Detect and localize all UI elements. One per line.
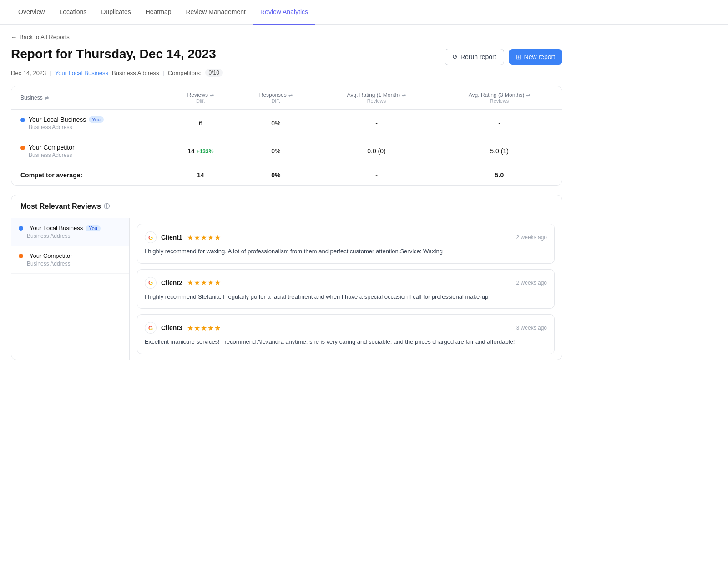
back-arrow-icon: ← — [11, 34, 17, 40]
google-icon-1: G — [145, 231, 157, 243]
nav-item-duplicates[interactable]: Duplicates — [94, 0, 138, 25]
stars-1: ★★★★★ — [187, 233, 221, 242]
reviews-title: Most Relevant Reviews — [20, 202, 101, 211]
breadcrumb-label: Back to All Reports — [20, 34, 70, 40]
new-report-label: New report — [524, 53, 555, 60]
report-date: Dec 14, 2023 — [11, 70, 46, 76]
col-business: Business ⇌ — [11, 86, 166, 110]
reviews-layout: Your Local Business You Business Address… — [11, 218, 562, 360]
page-content: ← Back to All Reports Report for Thursda… — [0, 25, 573, 369]
col-avg-1m: Avg. Rating (1 Month) ⇌ Reviews — [316, 86, 437, 110]
review-text-2: I highly recommend Stefania. I regularly… — [145, 292, 547, 301]
sort-icon-avg-1m[interactable]: ⇌ — [402, 92, 406, 98]
reviews-cell-1: 6 — [166, 110, 236, 137]
col-reviews: Reviews ⇌ Diff. — [166, 86, 236, 110]
subtitle-address: Business Address — [112, 70, 159, 76]
sidebar-dot-orange — [19, 254, 23, 258]
col-responses: Responses ⇌ Diff. — [236, 86, 316, 110]
competitors-badge: 0/10 — [205, 69, 223, 77]
review-time-3: 3 weeks ago — [516, 325, 547, 331]
sidebar-addr-2: Business Address — [27, 261, 122, 267]
review-top-1: G Client1 ★★★★★ 2 weeks ago — [145, 231, 547, 243]
sidebar-item-competitor[interactable]: Your Competitor Business Address — [11, 246, 129, 274]
table-header-row: Business ⇌ Reviews ⇌ Diff. Responses — [11, 86, 562, 110]
col-avg-3m-label: Avg. Rating (3 Months) — [469, 92, 525, 98]
business-addr-1: Business Address — [29, 124, 104, 130]
sidebar-you-badge: You — [86, 225, 101, 231]
col-avg-3m: Avg. Rating (3 Months) ⇌ Reviews — [437, 86, 562, 110]
reviews-section-header: Most Relevant Reviews ⓘ — [11, 195, 562, 218]
page-title: Report for Thursday, Dec 14, 2023 — [11, 47, 216, 61]
nav-item-review-analytics[interactable]: Review Analytics — [253, 0, 315, 25]
col-avg-3m-sub: Reviews — [446, 98, 553, 104]
table-row: Your Competitor Business Address 14 +133… — [11, 137, 562, 165]
col-responses-sub: Diff. — [245, 98, 307, 104]
rerun-report-button[interactable]: ↺ Rerun report — [445, 49, 504, 65]
google-icon-2: G — [145, 277, 157, 289]
sort-icon-avg-3m[interactable]: ⇌ — [526, 92, 530, 98]
avg-3m-cell-1: - — [437, 110, 562, 137]
nav-item-overview[interactable]: Overview — [11, 0, 52, 25]
header-actions: ↺ Rerun report ⊞ New report — [445, 49, 562, 65]
sidebar-item-your-local-business[interactable]: Your Local Business You Business Address — [11, 218, 129, 246]
col-avg-1m-label: Avg. Rating (1 Month) — [347, 92, 400, 98]
avg-1m-cell-2: 0.0 (0) — [316, 137, 437, 165]
stars-2: ★★★★★ — [187, 278, 221, 287]
breadcrumb[interactable]: ← Back to All Reports — [11, 34, 562, 40]
avg-3m: 5.0 — [437, 165, 562, 186]
sort-icon-responses[interactable]: ⇌ — [288, 92, 293, 98]
business-name-1: Your Local Business — [29, 116, 86, 123]
review-text-3: Excellent manicure services! I recommend… — [145, 337, 547, 346]
avg-reviews: 14 — [166, 165, 236, 186]
you-badge-1: You — [89, 116, 104, 123]
review-time-2: 2 weeks ago — [516, 280, 547, 286]
reviewer-name-2: Client2 — [161, 279, 182, 286]
reviews-value-2: 14 — [187, 147, 195, 155]
business-link[interactable]: Your Local Business — [55, 70, 108, 76]
business-cell-1: Your Local Business You Business Address — [11, 110, 166, 137]
most-relevant-reviews-card: Most Relevant Reviews ⓘ Your Local Busin… — [11, 195, 562, 360]
review-left-3: G Client3 ★★★★★ — [145, 322, 221, 334]
sort-icon-reviews[interactable]: ⇌ — [210, 92, 214, 98]
page-header: Report for Thursday, Dec 14, 2023 ↺ Reru… — [11, 47, 562, 65]
top-navigation: Overview Locations Duplicates Heatmap Re… — [0, 0, 728, 25]
nav-item-heatmap[interactable]: Heatmap — [138, 0, 179, 25]
review-left-1: G Client1 ★★★★★ — [145, 231, 221, 243]
reviews-list: G Client1 ★★★★★ 2 weeks ago I highly rec… — [130, 218, 562, 360]
business-name-2: Your Competitor — [29, 144, 75, 151]
col-responses-label: Responses — [259, 92, 287, 98]
data-table-card: Business ⇌ Reviews ⇌ Diff. Responses — [11, 86, 562, 186]
sidebar-addr-1: Business Address — [27, 233, 122, 239]
review-item-1: G Client1 ★★★★★ 2 weeks ago I highly rec… — [137, 224, 555, 264]
avg-responses: 0% — [236, 165, 316, 186]
col-reviews-sub: Diff. — [175, 98, 227, 104]
nav-item-locations[interactable]: Locations — [52, 0, 94, 25]
review-text-1: I highly recommend for waxing. A lot of … — [145, 247, 547, 256]
sort-icon-business[interactable]: ⇌ — [45, 95, 49, 101]
reviews-sidebar: Your Local Business You Business Address… — [11, 218, 130, 360]
business-addr-2: Business Address — [29, 152, 75, 158]
average-row: Competitor average: 14 0% - 5.0 — [11, 165, 562, 186]
reviewer-name-1: Client1 — [161, 234, 182, 241]
review-top-2: G Client2 ★★★★★ 2 weeks ago — [145, 277, 547, 289]
avg-1m: - — [316, 165, 437, 186]
sidebar-name-1: Your Local Business — [30, 225, 83, 231]
col-avg-1m-sub: Reviews — [325, 98, 428, 104]
reviews-change-2: +133% — [197, 148, 214, 155]
table-row: Your Local Business You Business Address… — [11, 110, 562, 137]
avg-label: Competitor average: — [11, 165, 166, 186]
rerun-icon: ↺ — [452, 53, 458, 60]
info-icon[interactable]: ⓘ — [104, 202, 110, 211]
subtitle-row: Dec 14, 2023 | Your Local Business Busin… — [11, 69, 562, 77]
google-icon-3: G — [145, 322, 157, 334]
responses-cell-2: 0% — [236, 137, 316, 165]
new-report-button[interactable]: ⊞ New report — [509, 49, 562, 65]
reviews-cell-2: 14 +133% — [166, 137, 236, 165]
competitors-label: Competitors: — [168, 70, 202, 76]
nav-item-review-management[interactable]: Review Management — [178, 0, 253, 25]
col-reviews-label: Reviews — [187, 92, 208, 98]
review-left-2: G Client2 ★★★★★ — [145, 277, 221, 289]
col-business-label: Business — [20, 95, 43, 101]
review-top-3: G Client3 ★★★★★ 3 weeks ago — [145, 322, 547, 334]
review-time-1: 2 weeks ago — [516, 234, 547, 241]
